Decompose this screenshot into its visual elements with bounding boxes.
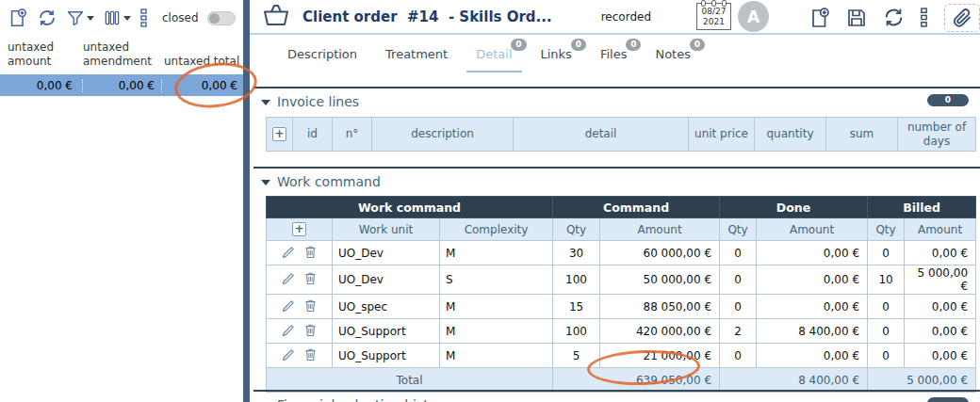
toggle-knob [209,13,220,24]
billed-qty-cell: 0 [868,319,905,344]
command-amount-cell: 60 000,00 € [600,241,720,265]
section-next[interactable]: Financial valuation history [253,390,980,402]
records-list-panel: closed untaxed amount untaxed amendment … [0,0,243,402]
row-actions [267,265,333,295]
closed-toggle[interactable] [207,11,236,25]
add-record-icon[interactable] [8,8,28,28]
billed-qty-cell: 10 [868,265,905,295]
group-header-work-command: Work command [267,197,553,218]
col-unit-price: unit price [689,118,755,152]
basket-icon [262,3,290,31]
col-work-unit: Work unit [333,218,440,241]
work-unit-cell: UO_Dev [333,241,440,265]
delete-icon[interactable] [304,298,317,313]
col-description: description [372,118,514,152]
more-icon[interactable] [920,8,928,27]
work-unit-cell: UO_Dev [333,265,440,295]
wc-add-cell: + [267,218,333,241]
total-label: Total [267,368,553,393]
tab-links[interactable]: Links0 [541,47,572,65]
more-icon[interactable] [139,8,148,27]
complexity-cell: M [440,344,553,368]
avatar[interactable]: A [738,1,769,32]
command-amount-cell: 50 000,00 € [600,265,720,295]
date-line2: 2021 [697,17,730,27]
col-quantity: quantity [755,118,826,152]
invoice-lines-count-badge: 0 [927,94,969,106]
billed-amount-cell: 0,00 € [905,319,976,344]
work-command-table: Work command Command Done Billed + Work … [266,196,976,393]
command-qty-cell: 15 [553,295,600,319]
delete-icon[interactable] [304,323,317,337]
edit-icon[interactable] [282,323,296,337]
add-invoice-line-button[interactable]: + [272,127,286,141]
col-number: n° [333,118,372,152]
command-amount-cell: 420 000,00 € [600,319,720,344]
work-unit-cell: UO_Support [333,319,440,344]
header-actions [808,0,980,35]
edit-icon[interactable] [282,271,296,285]
order-header: Client order #14 - Skills Ord... recorde… [250,0,980,35]
column-header-untaxed-total[interactable]: untaxed total [162,55,243,69]
selected-record-row[interactable]: 0,00 € 0,00 € 0,00 € [0,74,243,96]
delete-icon[interactable] [304,347,317,362]
next-section-badge [927,397,969,402]
edit-icon[interactable] [282,298,296,313]
column-header-untaxed-amendment[interactable]: untaxed amendment [83,40,162,69]
panel-divider [243,0,250,402]
tab-detail[interactable]: Detail0 [476,47,512,65]
tab-notes[interactable]: Notes0 [655,47,691,65]
tab-files[interactable]: Files0 [600,47,628,65]
command-qty-cell: 100 [553,319,600,344]
done-qty-cell: 0 [720,344,757,368]
col-complexity: Complexity [440,218,553,241]
work-command-total-row: Total 639 050,00 € 8 400,00 € 5 000,00 € [267,368,976,393]
group-header-done: Done [720,197,868,218]
work-command-row: UO_DevM3060 000,00 €00,00 €00,00 € [267,241,976,265]
tab-treatment[interactable]: Treatment [385,47,448,65]
tab-links-badge: 0 [571,39,586,51]
add-work-command-button[interactable]: + [292,222,306,236]
add-record-icon[interactable] [808,7,831,29]
col-command-amount: Amount [600,218,720,241]
delete-icon[interactable] [304,271,317,285]
command-qty-cell: 100 [553,265,600,295]
untaxed-total-value: 0,00 € [162,79,243,92]
save-icon[interactable] [845,7,868,29]
date-line1: 08/27 [697,7,730,17]
billed-amount-cell: 0,00 € [905,344,976,368]
column-header-untaxed-amount[interactable]: untaxed amount [0,40,83,69]
tab-detail-badge: 0 [511,39,526,51]
edit-icon[interactable] [282,347,296,362]
work-command-row: UO_SupportM521 000,00 €00,00 €00,00 € [267,344,976,368]
refresh-icon[interactable] [882,6,906,29]
section-work-command[interactable]: Work command [253,167,980,189]
edit-icon[interactable] [282,245,296,259]
chevron-down-icon [87,16,94,21]
invoice-add-cell: + [267,118,293,152]
tab-notes-badge: 0 [690,39,705,51]
untaxed-amount-value: 0,00 € [0,79,83,92]
refresh-icon[interactable] [37,8,57,28]
work-command-row: UO_specM1588 050,00 €00,00 €00,00 € [267,295,976,319]
row-actions [267,241,333,265]
order-detail-panel: Client order #14 - Skills Ord... recorde… [250,0,980,402]
done-qty-cell: 2 [720,319,757,344]
filter-icon[interactable] [66,8,94,27]
total-command-amount: 639 050,00 € [553,368,720,393]
attachment-dropzone[interactable] [944,4,980,32]
billed-amount-cell: 5 000,00 € [905,265,976,295]
section-invoice-lines[interactable]: Invoice lines [253,87,980,109]
col-done-qty: Qty [720,218,757,241]
col-command-qty: Qty [553,218,600,241]
command-qty-cell: 30 [553,241,600,265]
columns-icon[interactable] [103,8,131,27]
tab-files-badge: 0 [626,39,641,51]
tab-description[interactable]: Description [287,47,357,65]
billed-amount-cell: 0,00 € [905,241,976,265]
done-amount-cell: 0,00 € [757,241,868,265]
delete-icon[interactable] [304,245,317,259]
row-actions [267,295,333,319]
work-unit-cell: UO_spec [333,295,440,319]
status-badge: recorded [601,10,651,24]
